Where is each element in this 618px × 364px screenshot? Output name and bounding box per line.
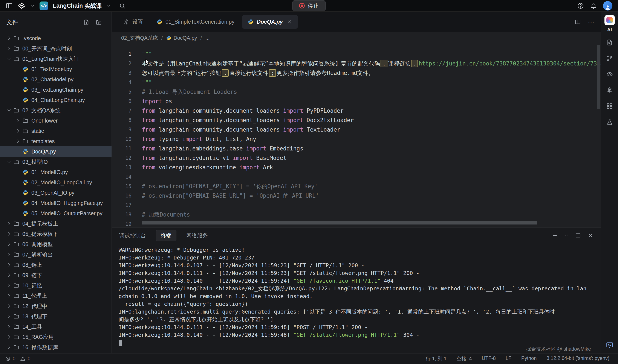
python-icon (248, 19, 254, 25)
problems-indicator[interactable]: 0 0 (5, 356, 33, 362)
line-number: 4 (112, 78, 132, 87)
code-line-9: 9from langchain_community.document_loade… (112, 125, 601, 134)
tab-settings[interactable]: 设置 (118, 15, 149, 29)
more-actions-icon[interactable]: ⋯ (588, 19, 595, 25)
breadcrumb-item[interactable]: DocQA.py (166, 35, 197, 41)
chevron-right-icon (6, 334, 12, 339)
terminal-output[interactable]: WARNING:werkzeug: * Debugger is active!I… (112, 243, 601, 353)
tree-folder-01_LangChain快速入门[interactable]: 01_LangChain快速入门 (0, 54, 111, 64)
tree-folder-06_调用模型[interactable]: 06_调用模型 (0, 239, 111, 249)
chevron-down-icon (6, 56, 12, 61)
breadcrumb-item[interactable]: ... (205, 35, 209, 41)
git-branch-icon[interactable] (606, 55, 613, 62)
folder-icon (13, 303, 19, 309)
code-line-6: 6import os (112, 97, 601, 106)
tree-file-03_OpenAI_IO.py[interactable]: 03_OpenAI_IO.py (0, 188, 111, 198)
tree-folder-00_开篇词_奇点时刻[interactable]: 00_开篇词_奇点时刻 (0, 43, 111, 54)
panel-tab-调试控制台[interactable]: 调试控制台 (119, 232, 146, 239)
ide-window: </> LangChain 实战课 停止 文件 (0, 0, 618, 364)
breadcrumb-item[interactable]: 02_文档QA系统 (121, 35, 158, 41)
tree-folder-11_代理上[interactable]: 11_代理上 (0, 291, 111, 301)
tree-folder-.vscode[interactable]: .vscode (0, 33, 111, 43)
python-icon (22, 149, 28, 155)
folder-icon (13, 283, 19, 288)
tree-file-04_ChatLongChain.py[interactable]: 04_ChatLongChain.py (0, 95, 111, 105)
panel-tab-终端[interactable]: 终端 (156, 230, 177, 241)
tree-folder-templates[interactable]: templates (0, 136, 111, 146)
search-icon[interactable] (119, 2, 125, 9)
status-item[interactable]: 行 1, 列 1 (426, 355, 447, 362)
tree-file-01_ModelIO.py[interactable]: 01_ModelIO.py (0, 167, 111, 177)
tab-docqa[interactable]: DocQA.py (242, 15, 298, 29)
vertical-scrollbar[interactable] (597, 45, 600, 109)
tree-file-05_ModelIO_OutputParser.py[interactable]: 05_ModelIO_OutputParser.py (0, 208, 111, 219)
status-bar: 0 0 行 1, 列 1空格: 4UTF-8LFPython3.12.2 64-… (0, 353, 618, 364)
split-editor-icon[interactable] (575, 19, 581, 25)
folder-icon (13, 344, 19, 350)
tree-folder-09_链下[interactable]: 09_链下 (0, 270, 111, 280)
logo-chevron-down-icon[interactable] (30, 4, 35, 8)
tree-folder-03_模型IO[interactable]: 03_模型IO (0, 157, 111, 167)
tree-file-03_TextLangChain.py[interactable]: 03_TextLangChain.py (0, 85, 111, 95)
tree-folder-13_代理下[interactable]: 13_代理下 (0, 311, 111, 322)
code-line-3: 3您可以点击最上方的“运行”按钮，直接运行该文件；更多操作指引请参考Readme… (112, 68, 601, 78)
tree-file-02_ChatModel.py[interactable]: 02_ChatModel.py (0, 74, 111, 85)
tree-folder-02_文档QA系统[interactable]: 02_文档QA系统 (0, 105, 111, 116)
breadcrumb: 02_文档QA系统/DocQA.py/... (112, 32, 601, 44)
notifications-bell-icon[interactable] (590, 2, 597, 9)
code-editor[interactable]: 1"""2本文件是【用LangChain快速构建基于“易速鲜花”本地知识库的智能… (112, 44, 601, 228)
tree-file-02_ModelIO_LoopCall.py[interactable]: 02_ModelIO_LoopCall.py (0, 177, 111, 188)
ai-assistant-icon[interactable] (604, 15, 615, 25)
close-tab-icon[interactable] (287, 19, 292, 25)
tree-folder-OneFlower[interactable]: OneFlower (0, 116, 111, 126)
eye-icon[interactable] (606, 71, 613, 78)
file-search-icon[interactable] (606, 39, 613, 46)
extensions-icon[interactable] (606, 103, 613, 109)
status-item[interactable]: UTF-8 (482, 355, 496, 362)
course-chevron-down-icon[interactable] (107, 4, 111, 8)
split-terminal-icon[interactable] (575, 233, 581, 238)
tree-file-DocQA.py[interactable]: DocQA.py (0, 146, 111, 157)
tree-folder-10_记忆[interactable]: 10_记忆 (0, 280, 111, 291)
juejin-logo-icon[interactable] (18, 2, 26, 10)
tab-simple-text-generation[interactable]: 01_SimpleTextGeneration.py (151, 15, 240, 29)
line-number: 16 (112, 191, 132, 200)
status-item[interactable]: 空格: 4 (456, 355, 472, 362)
test-flask-icon[interactable] (606, 118, 613, 125)
code-line-12: 12from langchain.pydantic_v1 import Base… (112, 153, 601, 163)
horizontal-scrollbar[interactable] (142, 221, 537, 224)
help-icon[interactable] (577, 2, 584, 9)
python-icon (22, 66, 28, 72)
stop-button[interactable]: 停止 (292, 0, 326, 11)
new-folder-icon[interactable] (96, 19, 102, 26)
tree-folder-04_提示模板上[interactable]: 04_提示模板上 (0, 219, 111, 229)
chevron-right-icon (6, 314, 12, 319)
status-item[interactable]: 3.12.2 64-bit ('shims': pyenv) (547, 355, 609, 362)
new-terminal-icon[interactable] (552, 233, 558, 238)
sidebar-toggle-icon[interactable] (6, 2, 13, 9)
tree-folder-05_提示模板下[interactable]: 05_提示模板下 (0, 229, 111, 239)
user-avatar[interactable] (603, 1, 612, 11)
tree-folder-16_操作数据库[interactable]: 16_操作数据库 (0, 342, 111, 352)
tree-folder-08_链上[interactable]: 08_链上 (0, 260, 111, 270)
breadcrumb-label: DocQA.py (173, 35, 197, 41)
tree-folder-12_代理中[interactable]: 12_代理中 (0, 301, 111, 311)
status-item[interactable]: LF (506, 355, 511, 362)
debug-icon[interactable] (606, 87, 613, 94)
tree-folder-static[interactable]: static (0, 126, 111, 136)
panel-tab-网络服务[interactable]: 网络服务 (186, 232, 208, 239)
terminal-monitor-icon[interactable] (606, 341, 614, 349)
tree-file-01_TextModel.py[interactable]: 01_TextModel.py (0, 64, 111, 74)
terminal-dropdown-icon[interactable] (564, 233, 569, 238)
status-item[interactable]: Python (521, 355, 537, 362)
tree-folder-07_解析输出[interactable]: 07_解析输出 (0, 249, 111, 260)
code-lines: 1"""2本文件是【用LangChain快速构建基于“易速鲜花”本地知识库的智能… (112, 49, 601, 228)
tree-folder-15_RAG应用[interactable]: 15_RAG应用 (0, 332, 111, 342)
new-file-icon[interactable] (83, 19, 90, 26)
tree-file-04_ModelIO_HuggingFace.py[interactable]: 04_ModelIO_HuggingFace.py (0, 198, 111, 208)
close-panel-icon[interactable] (588, 233, 593, 238)
tree-folder-14_工具[interactable]: 14_工具 (0, 322, 111, 332)
tree-item-label: 15_RAG应用 (22, 334, 54, 341)
explorer-title: 文件 (6, 18, 18, 26)
python-icon (22, 87, 28, 93)
